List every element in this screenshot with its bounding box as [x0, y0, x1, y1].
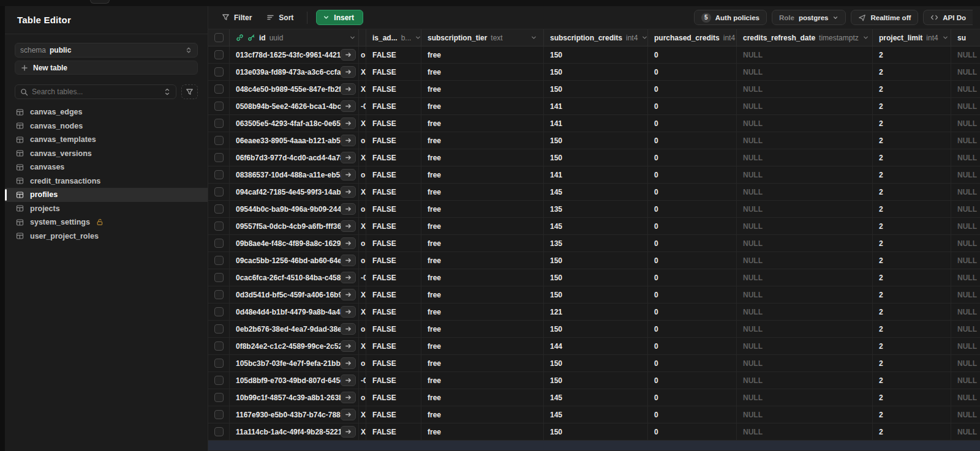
expand-row-button[interactable] [341, 340, 356, 352]
cell-project-limit[interactable]: 2 [873, 338, 951, 354]
cell-clipped[interactable]: o [359, 235, 366, 252]
cell-id[interactable]: 09b8ae4e-f48c-4f89-8a8c-1629b... [230, 235, 359, 252]
cell-id[interactable]: 08386537-10d4-488a-a11e-eb5a6... [230, 166, 359, 183]
cell-purchased-credits[interactable]: 0 [648, 286, 737, 303]
expand-row-button[interactable] [341, 426, 356, 438]
cell-subscription-credits[interactable]: 141 [544, 98, 648, 114]
cell-clipped[interactable]: o [359, 321, 366, 337]
cell-credits-refresh-date[interactable]: NULL [737, 132, 873, 149]
expand-row-button[interactable] [341, 66, 356, 78]
cell-is-admin[interactable]: FALSE [366, 115, 421, 132]
row-checkbox[interactable] [214, 84, 224, 94]
cell-credits-refresh-date[interactable]: NULL [737, 321, 873, 337]
cell-is-admin[interactable]: FALSE [366, 64, 421, 80]
cell-subscription-tier[interactable]: free [421, 166, 544, 183]
cell-credits-refresh-date[interactable]: NULL [737, 184, 873, 200]
new-table-button[interactable]: New table [15, 61, 198, 75]
cell-subscription-credits[interactable]: 150 [544, 47, 648, 63]
cell-purchased-credits[interactable]: 0 [648, 235, 737, 252]
expand-row-button[interactable] [341, 323, 356, 335]
cell-clipped[interactable]: o [359, 132, 366, 149]
row-checkbox[interactable] [214, 359, 224, 368]
cell-clipped[interactable]: X [359, 406, 366, 423]
cell-is-admin[interactable]: FALSE [366, 355, 421, 371]
cell-purchased-credits[interactable]: 0 [648, 98, 737, 114]
cell-id[interactable]: 105bc3b7-03fe-4e7f-9efa-21bb40... [230, 355, 359, 371]
cell-id[interactable]: 0eb2b676-38ed-4ea7-9dad-38e6... [230, 321, 359, 337]
cell-project-limit[interactable]: 2 [873, 149, 951, 166]
row-checkbox[interactable] [214, 427, 224, 436]
cell-project-limit[interactable]: 2 [873, 321, 951, 337]
cell-subscription-credits[interactable]: 135 [544, 235, 648, 252]
cell-credits-refresh-date[interactable]: NULL [737, 64, 873, 80]
chevron-down-icon[interactable] [862, 34, 869, 41]
cell-project-limit[interactable]: 2 [873, 286, 951, 303]
row-checkbox[interactable] [214, 67, 224, 76]
cell-subscription-credits[interactable]: 150 [544, 355, 648, 371]
cell-purchased-credits[interactable]: 0 [648, 372, 737, 389]
cell-credits-refresh-date[interactable]: NULL [737, 115, 873, 132]
row-checkbox[interactable] [214, 239, 224, 248]
cell-credits-refresh-date[interactable]: NULL [737, 372, 873, 389]
cell-subscription-tier[interactable]: free [421, 372, 544, 389]
row-checkbox[interactable] [214, 102, 224, 111]
cell-purchased-credits[interactable]: 0 [648, 64, 737, 80]
realtime-toggle-button[interactable]: Realtime off [851, 10, 918, 25]
cell-clipped[interactable]: o [359, 252, 366, 269]
cell-id[interactable]: 0f8b24e2-c1c2-4589-99ce-2c52d... [230, 338, 359, 354]
row-checkbox[interactable] [214, 153, 224, 162]
cell-clipped[interactable]: o [359, 166, 366, 183]
cell-clipped-su[interactable]: NULL [951, 406, 980, 423]
cell-purchased-credits[interactable]: 0 [648, 81, 737, 97]
cell-project-limit[interactable]: 2 [873, 235, 951, 252]
row-checkbox[interactable] [214, 324, 224, 334]
cell-clipped[interactable]: o [359, 201, 366, 217]
cell-clipped[interactable]: o [359, 355, 366, 371]
cell-credits-refresh-date[interactable]: NULL [737, 252, 873, 269]
cell-purchased-credits[interactable]: 0 [648, 355, 737, 371]
cell-subscription-credits[interactable]: 150 [544, 321, 648, 337]
cell-subscription-tier[interactable]: free [421, 286, 544, 303]
row-checkbox[interactable] [214, 273, 224, 282]
cell-clipped-su[interactable]: NULL [951, 132, 980, 149]
cell-clipped-su[interactable]: NULL [951, 269, 980, 286]
cell-purchased-credits[interactable]: 0 [648, 389, 737, 406]
row-checkbox[interactable] [214, 341, 224, 351]
cell-subscription-credits[interactable]: 150 [544, 81, 648, 97]
cell-clipped[interactable]: o [359, 47, 366, 63]
cell-is-admin[interactable]: FALSE [366, 218, 421, 234]
cell-credits-refresh-date[interactable]: NULL [737, 218, 873, 234]
cell-clipped[interactable]: -0 [359, 98, 366, 114]
cell-subscription-credits[interactable]: 150 [544, 423, 648, 440]
cell-subscription-credits[interactable]: 145 [544, 406, 648, 423]
cell-clipped-su[interactable]: NULL [951, 252, 980, 269]
cell-subscription-credits[interactable]: 150 [544, 64, 648, 80]
sidebar-item-canvas_versions[interactable]: canvas_versions [5, 147, 208, 161]
cell-clipped[interactable]: X [359, 184, 366, 200]
cell-subscription-credits[interactable]: 145 [544, 389, 648, 406]
cell-is-admin[interactable]: FALSE [366, 235, 421, 252]
cell-is-admin[interactable]: FALSE [366, 406, 421, 423]
cell-purchased-credits[interactable]: 0 [648, 406, 737, 423]
cell-clipped-su[interactable]: NULL [951, 235, 980, 252]
column-header-subscription-credits[interactable]: subscription_credits int4 [544, 29, 648, 46]
cell-credits-refresh-date[interactable]: NULL [737, 47, 873, 63]
cell-id[interactable]: 10b99c1f-4857-4c39-a8b1-263b8... [230, 389, 359, 406]
select-all-checkbox[interactable] [214, 33, 224, 42]
cell-clipped[interactable]: X [359, 304, 366, 320]
cell-id[interactable]: 06eaee33-8905-4aaa-b121-ab552... [230, 132, 359, 149]
cell-purchased-credits[interactable]: 0 [648, 304, 737, 320]
cell-subscription-credits[interactable]: 150 [544, 149, 648, 166]
cell-purchased-credits[interactable]: 0 [648, 338, 737, 354]
cell-project-limit[interactable]: 2 [873, 81, 951, 97]
cell-subscription-credits[interactable]: 141 [544, 166, 648, 183]
chevron-down-icon[interactable] [349, 34, 356, 41]
cell-subscription-tier[interactable]: free [421, 406, 544, 423]
row-checkbox[interactable] [214, 136, 224, 145]
cell-subscription-tier[interactable]: free [421, 252, 544, 269]
cell-subscription-tier[interactable]: free [421, 132, 544, 149]
cell-clipped-su[interactable]: NULL [951, 321, 980, 337]
cell-is-admin[interactable]: FALSE [366, 201, 421, 217]
expand-row-button[interactable] [341, 203, 356, 215]
cell-clipped[interactable]: -0 [359, 372, 366, 389]
